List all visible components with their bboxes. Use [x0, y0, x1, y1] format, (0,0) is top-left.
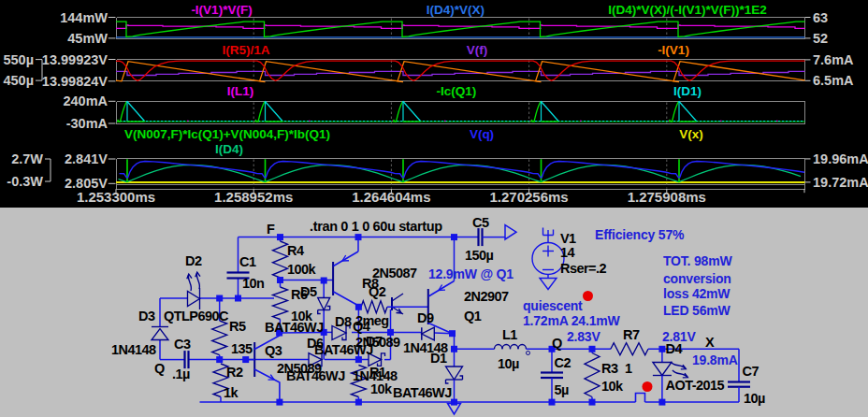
svg-text:Q2: Q2 [369, 284, 386, 299]
svg-text:2N5087: 2N5087 [372, 266, 417, 280]
svg-text:135: 135 [231, 341, 253, 356]
svg-text:10µ: 10µ [744, 391, 765, 406]
svg-text:R3: R3 [601, 361, 618, 376]
svg-text:-0.3W: -0.3W [7, 174, 43, 189]
svg-text:D5: D5 [300, 284, 317, 299]
svg-text:45mW: 45mW [67, 31, 108, 46]
svg-text:TOT. 98mW: TOT. 98mW [663, 253, 732, 268]
svg-text:D1: D1 [430, 351, 447, 366]
svg-text:BAT46WJ: BAT46WJ [265, 320, 324, 335]
svg-text:52: 52 [813, 31, 828, 46]
svg-text:19.8mA: 19.8mA [692, 352, 738, 367]
svg-text:I(R5)/1A: I(R5)/1A [222, 43, 269, 57]
svg-text:X: X [705, 335, 715, 350]
svg-text:BAT46WJ: BAT46WJ [393, 385, 452, 400]
svg-text:13.99923V: 13.99923V [42, 52, 108, 67]
svg-text:10k: 10k [370, 381, 393, 396]
svg-text:C3: C3 [174, 337, 191, 352]
svg-text:R7: R7 [623, 327, 640, 342]
svg-text:Efficiency 57%: Efficiency 57% [595, 227, 685, 242]
svg-text:1k: 1k [224, 385, 239, 400]
svg-text:1.275908ms: 1.275908ms [628, 189, 706, 205]
svg-text:10k: 10k [601, 379, 624, 394]
svg-text:1.264604ms: 1.264604ms [352, 189, 430, 205]
svg-text:-I(V1)*V(F): -I(V1)*V(F) [191, 3, 252, 17]
svg-text:2.83V: 2.83V [567, 329, 600, 344]
svg-text:1.258952ms: 1.258952ms [214, 189, 293, 205]
svg-text:C5: C5 [472, 215, 489, 230]
svg-text:1.253300ms: 1.253300ms [77, 189, 155, 205]
svg-text:V(q): V(q) [470, 127, 494, 141]
svg-text:V(x): V(x) [679, 127, 703, 141]
svg-text:1.270256ms: 1.270256ms [489, 189, 568, 205]
svg-text:13.99824V: 13.99824V [42, 74, 108, 89]
svg-text:conversion: conversion [663, 271, 731, 286]
svg-text:19.96mA: 19.96mA [813, 151, 868, 166]
svg-text:C1: C1 [239, 254, 256, 269]
svg-text:150µ: 150µ [465, 248, 494, 263]
svg-text:QTLP690C: QTLP690C [164, 309, 229, 324]
svg-text:L1: L1 [502, 327, 517, 342]
svg-text:240mA: 240mA [63, 93, 108, 108]
svg-text:100k: 100k [287, 262, 317, 277]
svg-text:2N2907: 2N2907 [464, 289, 509, 304]
svg-text:F: F [267, 222, 275, 237]
svg-text:Q4: Q4 [353, 319, 370, 334]
svg-text:I(D4)*V(X)/(-I(V1)*V(F))*1E2: I(D4)*V(X)/(-I(V1)*V(F))*1E2 [608, 3, 767, 17]
svg-text:144mW: 144mW [60, 10, 108, 25]
svg-text:7.6mA: 7.6mA [813, 52, 854, 67]
svg-text:-30mA: -30mA [66, 116, 108, 131]
svg-text:R4: R4 [287, 243, 304, 258]
svg-text:I(D1): I(D1) [673, 84, 702, 98]
svg-text:LED 56mW: LED 56mW [663, 303, 731, 318]
svg-text:I(D4): I(D4) [215, 142, 243, 156]
svg-text:2.81V: 2.81V [662, 329, 696, 344]
svg-text:14: 14 [560, 245, 575, 260]
svg-text:2.841V: 2.841V [65, 151, 108, 166]
svg-text:V(f): V(f) [467, 43, 488, 57]
svg-text:10n: 10n [242, 276, 264, 291]
svg-text:1N4148: 1N4148 [111, 342, 156, 357]
svg-text:1: 1 [625, 361, 632, 376]
svg-text:D2: D2 [185, 253, 202, 268]
svg-text:Q: Q [552, 336, 562, 351]
svg-text:5µ: 5µ [555, 382, 570, 397]
svg-text:D8: D8 [335, 314, 352, 329]
svg-text:-Ic(Q1): -Ic(Q1) [437, 84, 477, 98]
svg-text:C2: C2 [555, 355, 571, 370]
svg-text:BAT46WJ: BAT46WJ [286, 368, 345, 383]
svg-text:63: 63 [813, 10, 828, 25]
svg-text:R2: R2 [226, 365, 243, 380]
svg-text:D3: D3 [138, 309, 155, 324]
svg-text:12.9mW @ Q1: 12.9mW @ Q1 [428, 266, 514, 281]
svg-text:19.72mA: 19.72mA [813, 175, 868, 190]
svg-text:450µ: 450µ [3, 73, 34, 88]
svg-text:D9: D9 [417, 310, 434, 325]
svg-text:Q1: Q1 [464, 309, 482, 324]
svg-text:C7: C7 [743, 364, 760, 379]
svg-text:-I(V1): -I(V1) [658, 43, 689, 57]
svg-text:AOT-2015: AOT-2015 [666, 378, 725, 393]
svg-text:Q: Q [154, 361, 165, 376]
svg-text:1.72mA 24.1mW: 1.72mA 24.1mW [523, 313, 620, 328]
svg-text:R5: R5 [229, 319, 246, 334]
svg-text:550µ: 550µ [3, 52, 34, 67]
svg-text:quiescent: quiescent [523, 298, 583, 313]
svg-text:2.7W: 2.7W [11, 151, 43, 166]
svg-text:loss 42mW: loss 42mW [663, 286, 731, 301]
svg-text:6.5mA: 6.5mA [813, 73, 854, 88]
svg-text:Rser=.2: Rser=.2 [560, 261, 606, 276]
svg-text:I(L1): I(L1) [227, 84, 254, 98]
svg-text:.1µ: .1µ [172, 367, 190, 381]
svg-text:V1: V1 [560, 231, 576, 246]
svg-text:.tran 0 1 0 60u startup: .tran 0 1 0 60u startup [310, 219, 442, 234]
svg-text:Q3: Q3 [265, 343, 282, 358]
svg-text:I(D4)*V(X): I(D4)*V(X) [427, 3, 485, 17]
svg-text:V(N007,F)*Ic(Q1)+V(N004,F)*Ib(: V(N007,F)*Ic(Q1)+V(N004,F)*Ib(Q1) [124, 127, 330, 141]
svg-text:D7: D7 [366, 334, 383, 349]
svg-text:10µ: 10µ [498, 356, 519, 371]
